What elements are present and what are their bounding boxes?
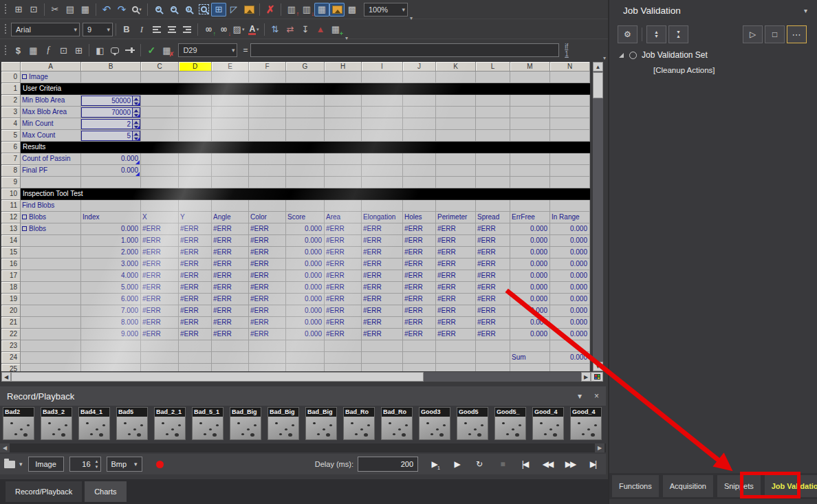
grid-cell[interactable]: #ERR (141, 259, 179, 270)
grid-cell[interactable]: #ERR (362, 259, 403, 270)
zoom-tool-icon[interactable]: ▾ (129, 3, 144, 17)
grid-cell[interactable]: #ERR (362, 270, 403, 282)
row-header-2[interactable]: 2 (1, 95, 21, 107)
insert-function-icon[interactable]: ƒ (41, 43, 56, 57)
stop-button[interactable]: ■ (493, 457, 511, 471)
grid-cell[interactable]: Spread (476, 212, 510, 223)
grid-cell[interactable] (550, 340, 590, 352)
grid-cell[interactable] (436, 118, 476, 130)
grid-cell[interactable]: 1.000 (81, 235, 141, 247)
file-format-select[interactable]: Bmp ▾ (107, 457, 142, 472)
grid-cell[interactable] (212, 153, 249, 165)
grid-cell[interactable] (476, 153, 510, 165)
grid-cell[interactable] (436, 165, 476, 177)
grid-cell[interactable]: 0.000 (510, 235, 550, 247)
grid-cell[interactable]: 0.000 (510, 223, 550, 235)
column-header-N[interactable]: N (550, 62, 590, 72)
italic-icon[interactable]: I (134, 23, 149, 36)
grid-cell[interactable] (403, 177, 436, 188)
grid-cell[interactable] (403, 340, 436, 352)
snippet-import-icon[interactable]: ↧ (298, 23, 313, 36)
grid-cell[interactable]: #ERR (436, 294, 476, 305)
paste-icon[interactable]: ▦ (78, 3, 93, 17)
grid-cell[interactable] (476, 352, 510, 364)
toolbar-overflow-icon[interactable]: ▾ (345, 25, 348, 41)
image-thumbnail[interactable]: Bad3_2 (41, 407, 72, 440)
grid-cell[interactable]: 0.000 (510, 247, 550, 259)
grid-cell[interactable]: #ERR (325, 235, 362, 247)
grid-cell[interactable]: 0.000 (286, 294, 325, 305)
grid-cell[interactable] (81, 352, 141, 364)
snippet-up-icon[interactable]: ⇅ (268, 23, 283, 36)
grid-cell[interactable]: #ERR (249, 329, 286, 340)
grid-cell[interactable] (249, 352, 286, 364)
grid-cell[interactable] (179, 95, 212, 107)
row-header-1[interactable]: 1 (1, 83, 21, 95)
grid-cell[interactable]: #ERR (476, 270, 510, 282)
row-header-20[interactable]: 20 (1, 305, 21, 317)
grid-cell[interactable] (249, 72, 286, 83)
copy-icon[interactable]: ▤ (63, 3, 78, 17)
horizontal-scrollbar[interactable]: ◀ ▶ (1, 372, 603, 382)
grid-cell[interactable] (476, 364, 510, 371)
grid-cell[interactable] (403, 364, 436, 371)
grid-cell[interactable]: #ERR (403, 305, 436, 317)
vertical-scrollbar[interactable]: ▲ ▼ (593, 62, 603, 371)
grid-cell[interactable] (286, 352, 325, 364)
grid-cell[interactable]: #ERR (436, 282, 476, 294)
scroll-down-icon[interactable]: ▼ (593, 362, 603, 371)
grid-cell[interactable]: #ERR (436, 329, 476, 340)
grid-cell[interactable] (141, 95, 179, 107)
grid-cell[interactable]: 8.000 (81, 317, 141, 329)
grid-cell[interactable]: #ERR (436, 270, 476, 282)
stop-button[interactable]: □ (765, 25, 785, 43)
grid-cell[interactable]: Holes (403, 212, 436, 223)
grid-cell[interactable] (212, 165, 249, 177)
grid-cell[interactable] (436, 95, 476, 107)
grid-cell[interactable]: #ERR (249, 235, 286, 247)
blob-toggle-icon[interactable] (22, 74, 27, 79)
grid-cell[interactable]: #ERR (476, 294, 510, 305)
grid-cell[interactable] (212, 364, 249, 371)
grid-cell[interactable] (325, 130, 362, 142)
column-header-D[interactable]: D (179, 62, 212, 72)
column-header-C[interactable]: C (141, 62, 179, 72)
grid-cell[interactable] (362, 364, 403, 371)
grid-cell[interactable] (81, 72, 141, 83)
row-header-22[interactable]: 22 (1, 329, 21, 340)
grid-cell[interactable]: #ERR (362, 294, 403, 305)
value-spinner[interactable]: 50000 (81, 96, 140, 106)
image-thumbnail[interactable]: Good5_ (494, 407, 526, 440)
grid-cell[interactable] (81, 340, 141, 352)
row-header-16[interactable]: 16 (1, 259, 21, 270)
grid-cell[interactable] (550, 200, 590, 212)
tree-expander-icon[interactable] (619, 53, 624, 58)
grid-cell[interactable] (249, 130, 286, 142)
grid-cell[interactable]: #ERR (212, 282, 249, 294)
spinner-down-icon[interactable] (133, 124, 140, 129)
run-button[interactable]: ▷ (743, 25, 763, 43)
expand-steps-button[interactable]: ▲▼ (646, 25, 666, 43)
grid-cell[interactable] (286, 340, 325, 352)
grid-cell[interactable] (286, 72, 325, 83)
grid-cell[interactable] (550, 118, 590, 130)
redo-icon[interactable]: ↷ (114, 3, 129, 17)
grid-cell[interactable]: 4.000 (81, 270, 141, 282)
grid-cell[interactable] (141, 340, 179, 352)
grid-cell[interactable] (550, 364, 590, 371)
insert-column-icon[interactable]: ▥↑ (284, 3, 299, 17)
grid-cell[interactable] (510, 130, 550, 142)
formula-input[interactable] (250, 43, 559, 57)
grid-cell[interactable]: 0.000 (550, 235, 590, 247)
grid-cell[interactable] (141, 118, 179, 130)
grid-cell[interactable] (325, 118, 362, 130)
row-header-25[interactable]: 25 (1, 364, 21, 371)
column-header-J[interactable]: J (403, 62, 436, 72)
cell-state-icon[interactable] (122, 43, 138, 57)
row-header-8[interactable]: 8 (1, 165, 21, 177)
grid-cell[interactable]: Elongation (362, 212, 403, 223)
grid-cell[interactable] (510, 72, 550, 83)
grid-cell[interactable] (249, 95, 286, 107)
grid-cell[interactable]: X (141, 212, 179, 223)
first-button[interactable]: |◀ (516, 457, 534, 471)
